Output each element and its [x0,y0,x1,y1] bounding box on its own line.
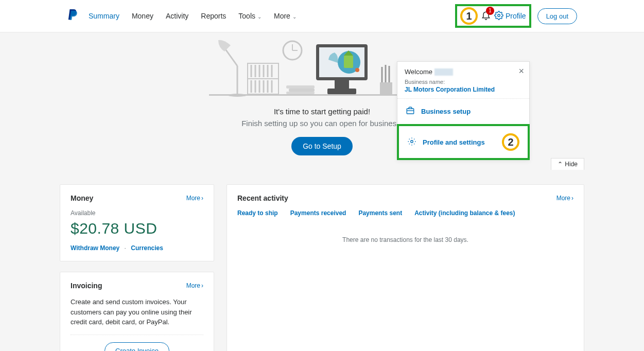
svg-rect-30 [344,56,353,68]
svg-point-4 [228,94,247,97]
money-more-link[interactable]: More› [186,195,203,202]
invoicing-card: Invoicing More› Create and send custom i… [60,272,214,351]
empty-state-text: There are no transactions for the last 3… [237,232,573,248]
business-setup-label: Business setup [421,108,471,115]
available-label: Available [71,209,203,217]
chevron-right-icon: › [571,195,573,202]
profile-settings-label: Profile and settings [423,138,485,146]
business-setup-link[interactable]: Business setup [397,99,529,124]
chevron-down-icon: ⌄ [257,14,262,20]
hero-illustration [0,32,644,97]
notifications-button[interactable]: 1 [481,10,491,23]
separator-dot: · [125,244,126,252]
activity-tabs: Ready to ship Payments received Payments… [237,209,573,217]
svg-point-0 [498,14,500,16]
redacted-name [434,68,453,76]
nav-tools[interactable]: Tools⌄ [238,12,262,20]
dropdown-header: Welcome Business name: JL Motors Corpora… [397,62,529,99]
annotation-step-2: 2 [502,133,519,151]
nav-reports[interactable]: Reports [201,12,226,20]
gear-icon [407,137,416,148]
chevron-down-icon: ⌄ [292,14,297,20]
tab-activity[interactable]: Activity (including balance & fees) [414,209,515,217]
chevron-right-icon: › [201,282,203,289]
recent-activity-card: Recent activity More› Ready to ship Paym… [227,184,584,351]
go-to-setup-button[interactable]: Go to Setup [291,137,353,155]
hero-subhead: Finish setting up so you can open for bu… [0,119,644,128]
activity-title: Recent activity [237,194,288,202]
briefcase-icon [406,106,415,117]
svg-rect-33 [380,82,392,94]
main-nav: Summary Money Activity Reports Tools⌄ Mo… [89,12,297,20]
profile-label: Profile [506,12,526,20]
chevron-right-icon: › [201,195,203,202]
create-invoice-button[interactable]: Create Invoice [105,342,169,352]
header-right: 1 1 Profile Log out [455,4,577,28]
tab-payments-sent[interactable]: Payments sent [358,209,402,217]
svg-rect-40 [407,109,414,114]
main-content: ⌃ Hide Money More› Available $20.78 USD … [0,170,644,351]
paypal-logo-icon[interactable] [67,8,89,24]
profile-dropdown-panel: Welcome Business name: JL Motors Corpora… [397,61,530,160]
nav-money[interactable]: Money [132,12,153,20]
business-name-link[interactable]: JL Motors Corporation Limited [405,86,522,93]
activity-more-link[interactable]: More› [556,195,573,202]
top-header: Summary Money Activity Reports Tools⌄ Mo… [0,0,644,32]
withdraw-money-link[interactable]: Withdraw Money [71,244,119,252]
svg-rect-24 [286,92,315,94]
svg-rect-27 [335,80,349,89]
annotation-highlight-1: 1 1 Profile [455,4,531,28]
svg-line-3 [224,48,237,66]
nav-summary[interactable]: Summary [89,12,119,20]
notification-count-badge: 1 [486,7,494,15]
tab-ready-to-ship[interactable]: Ready to ship [237,209,278,217]
balance-amount: $20.78 USD [71,220,203,237]
gear-icon [494,11,503,22]
invoicing-description: Create and send custom invoices. Your cu… [71,297,203,335]
hero-headline: It's time to start getting paid! [0,107,644,116]
svg-point-32 [355,68,359,72]
profile-link[interactable]: Profile [494,11,526,22]
currencies-link[interactable]: Currencies [131,244,163,252]
svg-rect-28 [327,89,356,94]
svg-point-42 [411,140,413,143]
close-icon[interactable]: × [518,66,524,77]
nav-activity[interactable]: Activity [166,12,188,20]
hero-section: It's time to start getting paid! Finish … [0,32,644,170]
hide-button[interactable]: ⌃ Hide [551,158,584,170]
chevron-up-icon: ⌃ [558,161,563,168]
money-card: Money More› Available $20.78 USD Withdra… [60,184,214,261]
nav-more[interactable]: More⌄ [274,12,297,20]
annotation-step-1: 1 [460,7,478,25]
profile-settings-link[interactable]: Profile and settings 2 [397,124,530,160]
invoicing-more-link[interactable]: More› [186,282,203,289]
invoicing-title: Invoicing [71,282,102,290]
svg-rect-22 [286,85,315,89]
money-title: Money [71,194,93,202]
welcome-text: Welcome [405,68,522,76]
business-name-label: Business name: [405,79,522,85]
svg-rect-23 [289,89,315,92]
logout-button[interactable]: Log out [537,8,577,24]
tab-payments-received[interactable]: Payments received [290,209,346,217]
hero-text: It's time to start getting paid! Finish … [0,107,644,128]
